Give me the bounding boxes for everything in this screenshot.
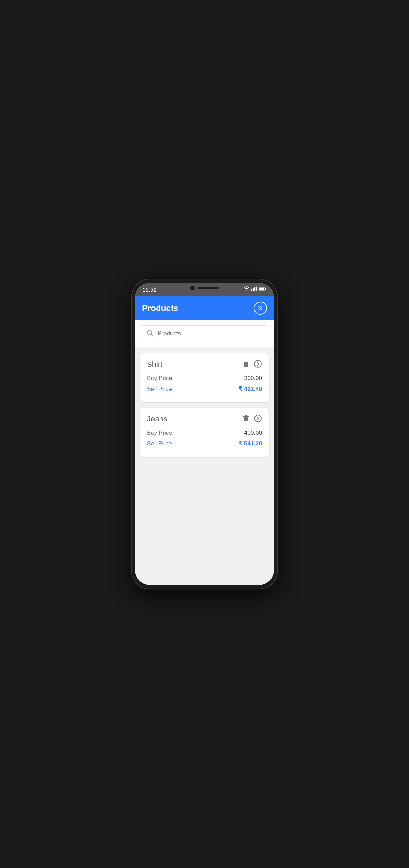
camera-area <box>190 286 219 290</box>
status-time: 12:52 <box>143 287 157 293</box>
svg-rect-6 <box>259 288 264 290</box>
sell-price-value-jeans: ₹ 541.20 <box>239 440 262 447</box>
sell-price-label-shirt: Sell Price <box>147 386 172 393</box>
product-name-shirt: Shirt <box>147 360 162 369</box>
buy-price-row-shirt: Buy Price 300.00 <box>147 375 262 382</box>
search-bar[interactable] <box>141 325 268 342</box>
svg-rect-3 <box>256 287 257 291</box>
nav-icon-jeans[interactable] <box>254 414 262 424</box>
delete-icon-jeans[interactable] <box>242 414 250 424</box>
signal-icon <box>251 286 257 293</box>
app-header: Products <box>135 296 274 320</box>
buy-price-row-jeans: Buy Price 400.00 <box>147 429 262 436</box>
svg-line-8 <box>151 334 153 336</box>
close-button[interactable] <box>254 302 267 315</box>
sell-price-row-shirt: Sell Price ₹ 422.40 <box>147 385 262 393</box>
speaker-grille <box>198 287 219 289</box>
status-icons <box>243 286 266 293</box>
wifi-icon <box>243 286 250 293</box>
buy-price-value-shirt: 300.00 <box>244 375 262 382</box>
header-title: Products <box>142 303 178 313</box>
svg-point-9 <box>254 360 261 367</box>
content-area: Shirt <box>135 347 274 585</box>
search-container <box>135 320 274 347</box>
product-name-jeans: Jeans <box>147 415 167 424</box>
product-card-shirt: Shirt <box>140 353 269 402</box>
svg-rect-5 <box>265 288 266 290</box>
card-header-jeans: Jeans <box>147 414 262 424</box>
card-header-shirt: Shirt <box>147 360 262 369</box>
phone-screen: 12:52 <box>135 283 274 585</box>
svg-rect-0 <box>251 289 252 291</box>
phone-shell: 12:52 <box>132 279 277 589</box>
camera-dot <box>190 286 195 290</box>
buy-price-label-shirt: Buy Price <box>147 375 172 382</box>
buy-price-label-jeans: Buy Price <box>147 429 172 436</box>
product-card-jeans: Jeans <box>140 408 269 457</box>
search-icon <box>146 329 153 338</box>
search-input[interactable] <box>158 330 263 337</box>
card-actions-shirt <box>242 360 262 369</box>
sell-price-label-jeans: Sell Price <box>147 440 172 447</box>
svg-point-10 <box>254 415 261 422</box>
card-actions-jeans <box>242 414 262 424</box>
sell-price-row-jeans: Sell Price ₹ 541.20 <box>147 440 262 447</box>
sell-price-value-shirt: ₹ 422.40 <box>239 385 262 393</box>
status-bar: 12:52 <box>135 283 274 296</box>
nav-icon-shirt[interactable] <box>254 360 262 369</box>
buy-price-value-jeans: 400.00 <box>244 429 262 436</box>
svg-rect-2 <box>254 287 255 291</box>
delete-icon-shirt[interactable] <box>242 360 250 369</box>
svg-rect-1 <box>253 288 254 291</box>
battery-icon <box>259 286 266 293</box>
